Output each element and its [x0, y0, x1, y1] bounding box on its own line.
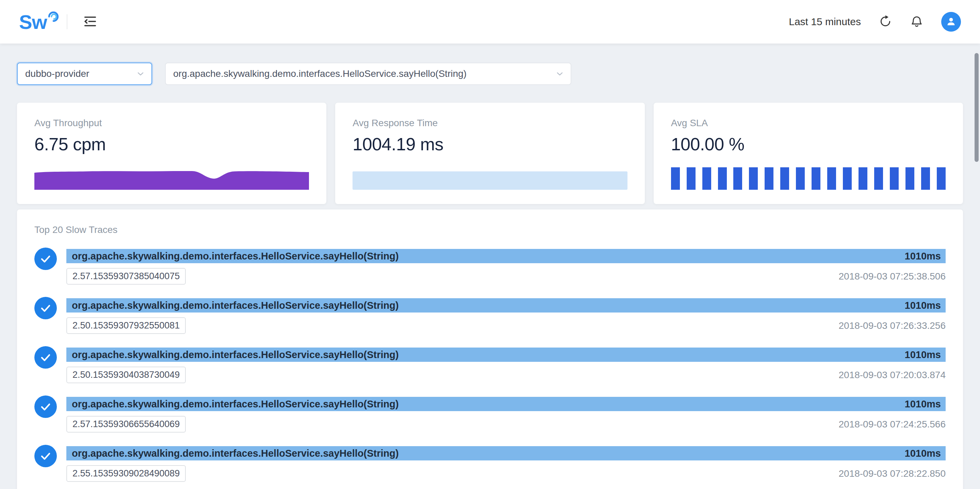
- metric-card-sla: Avg SLA 100.00 %: [654, 103, 963, 204]
- trace-endpoint: org.apache.skywalking.demo.interfaces.He…: [72, 399, 399, 410]
- panel-title: Top 20 Slow Traces: [34, 224, 946, 235]
- notifications-button[interactable]: [910, 14, 924, 29]
- menu-fold-icon: [82, 14, 98, 30]
- sla-sparkline: [671, 167, 946, 190]
- trace-main: org.apache.skywalking.demo.interfaces.He…: [66, 446, 946, 482]
- trace-meta: 2.57.15359306655640069 2018-09-03 07:24:…: [66, 416, 946, 433]
- sla-bar: [702, 167, 711, 190]
- trace-timestamp: 2018-09-03 07:26:33.256: [839, 320, 946, 331]
- trace-duration: 1010ms: [905, 448, 941, 459]
- sla-bar: [827, 167, 836, 190]
- sla-bar: [905, 167, 914, 190]
- sla-bar: [718, 167, 727, 190]
- service-select-value: dubbo-provider: [25, 68, 89, 79]
- trace-duration: 1010ms: [905, 251, 941, 262]
- slow-traces-panel: Top 20 Slow Traces org.apache.skywalking…: [17, 210, 963, 489]
- sla-bar: [780, 167, 789, 190]
- trace-duration: 1010ms: [905, 399, 941, 410]
- throughput-sparkline: [34, 167, 309, 190]
- sla-bar: [937, 167, 946, 190]
- metric-value: 1004.19 ms: [353, 134, 627, 154]
- trace-endpoint: org.apache.skywalking.demo.interfaces.He…: [72, 448, 399, 459]
- trace-bar[interactable]: org.apache.skywalking.demo.interfaces.He…: [66, 249, 946, 263]
- sla-bar: [671, 167, 680, 190]
- bell-icon: [910, 14, 924, 29]
- trace-duration: 1010ms: [905, 300, 941, 311]
- trace-meta: 2.57.15359307385040075 2018-09-03 07:25:…: [66, 268, 946, 285]
- trace-duration: 1010ms: [905, 349, 941, 360]
- trace-main: org.apache.skywalking.demo.interfaces.He…: [66, 397, 946, 433]
- sla-bar: [811, 167, 821, 190]
- endpoint-select[interactable]: org.apache.skywalking.demo.interfaces.He…: [165, 63, 571, 85]
- sla-chart: [671, 167, 946, 190]
- trace-row[interactable]: org.apache.skywalking.demo.interfaces.He…: [34, 397, 946, 433]
- chevron-down-icon: [136, 69, 145, 79]
- metric-label: Avg Response Time: [353, 117, 627, 129]
- check-circle-icon: [34, 346, 57, 368]
- trace-bar[interactable]: org.apache.skywalking.demo.interfaces.He…: [66, 348, 946, 362]
- trace-row[interactable]: org.apache.skywalking.demo.interfaces.He…: [34, 249, 946, 285]
- trace-timestamp: 2018-09-03 07:20:03.874: [839, 370, 946, 381]
- trace-row[interactable]: org.apache.skywalking.demo.interfaces.He…: [34, 298, 946, 334]
- check-circle-icon: [34, 297, 57, 319]
- topbar: Sw Last 15 minutes: [0, 0, 980, 43]
- user-icon: [945, 16, 957, 28]
- trace-timestamp: 2018-09-03 07:24:25.566: [839, 419, 946, 430]
- sla-bar: [796, 167, 805, 190]
- chevron-down-icon: [555, 69, 565, 79]
- time-range-selector[interactable]: Last 15 minutes: [789, 16, 861, 27]
- topbar-actions: Last 15 minutes: [789, 12, 961, 32]
- trace-endpoint: org.apache.skywalking.demo.interfaces.He…: [72, 300, 399, 311]
- trace-meta: 2.55.15359309028490089 2018-09-03 07:28:…: [66, 465, 946, 482]
- metric-card-throughput: Avg Throughput 6.75 cpm: [17, 103, 326, 204]
- check-circle-icon: [34, 248, 57, 270]
- check-circle-icon: [34, 395, 57, 418]
- sla-bar: [859, 167, 867, 190]
- sla-bar: [733, 167, 742, 190]
- trace-endpoint: org.apache.skywalking.demo.interfaces.He…: [72, 251, 399, 262]
- trace-main: org.apache.skywalking.demo.interfaces.He…: [66, 348, 946, 383]
- sla-bar: [890, 167, 899, 190]
- sla-bar: [921, 167, 930, 190]
- response-time-sparkline: [353, 167, 627, 190]
- trace-id-chip: 2.57.15359307385040075: [66, 268, 186, 285]
- sla-bar: [687, 167, 695, 190]
- trace-id-chip: 2.55.15359309028490089: [66, 465, 186, 482]
- user-avatar[interactable]: [941, 12, 961, 32]
- sla-bar: [843, 167, 852, 190]
- trace-bar[interactable]: org.apache.skywalking.demo.interfaces.He…: [66, 446, 946, 460]
- trace-bar[interactable]: org.apache.skywalking.demo.interfaces.He…: [66, 298, 946, 313]
- metric-label: Avg Throughput: [34, 117, 309, 129]
- trace-main: org.apache.skywalking.demo.interfaces.He…: [66, 249, 946, 285]
- metric-card-response-time: Avg Response Time 1004.19 ms: [335, 103, 644, 204]
- trace-id-chip: 2.50.15359307932550081: [66, 317, 186, 334]
- metric-value: 100.00 %: [671, 134, 946, 154]
- trace-row[interactable]: org.apache.skywalking.demo.interfaces.He…: [34, 348, 946, 383]
- sla-bar: [749, 167, 758, 190]
- sla-bar: [874, 167, 883, 190]
- refresh-button[interactable]: [878, 14, 892, 29]
- trace-timestamp: 2018-09-03 07:28:22.850: [839, 468, 946, 479]
- trace-meta: 2.50.15359307932550081 2018-09-03 07:26:…: [66, 317, 946, 334]
- trace-id-chip: 2.57.15359306655640069: [66, 416, 186, 433]
- trace-main: org.apache.skywalking.demo.interfaces.He…: [66, 298, 946, 334]
- menu-fold-button[interactable]: [82, 14, 98, 30]
- service-select[interactable]: dubbo-provider: [17, 63, 152, 85]
- selector-row: dubbo-provider org.apache.skywalking.dem…: [17, 63, 963, 85]
- logo-text: Sw: [19, 11, 47, 33]
- logo-swirl-icon: [48, 11, 59, 24]
- trace-id-chip: 2.50.15359304038730049: [66, 367, 186, 383]
- trace-row[interactable]: org.apache.skywalking.demo.interfaces.He…: [34, 446, 946, 482]
- skywalking-logo[interactable]: Sw: [19, 11, 59, 33]
- trace-timestamp: 2018-09-03 07:25:38.506: [839, 271, 946, 282]
- metric-value: 6.75 cpm: [34, 134, 309, 154]
- scrollbar[interactable]: [975, 53, 978, 162]
- sla-bar: [765, 167, 773, 190]
- trace-meta: 2.50.15359304038730049 2018-09-03 07:20:…: [66, 367, 946, 383]
- refresh-icon: [878, 14, 892, 29]
- logo-divider: [67, 14, 67, 29]
- trace-bar[interactable]: org.apache.skywalking.demo.interfaces.He…: [66, 397, 946, 411]
- metric-cards: Avg Throughput 6.75 cpm Avg Response Tim…: [17, 103, 963, 204]
- metric-label: Avg SLA: [671, 117, 946, 129]
- check-circle-icon: [34, 445, 57, 467]
